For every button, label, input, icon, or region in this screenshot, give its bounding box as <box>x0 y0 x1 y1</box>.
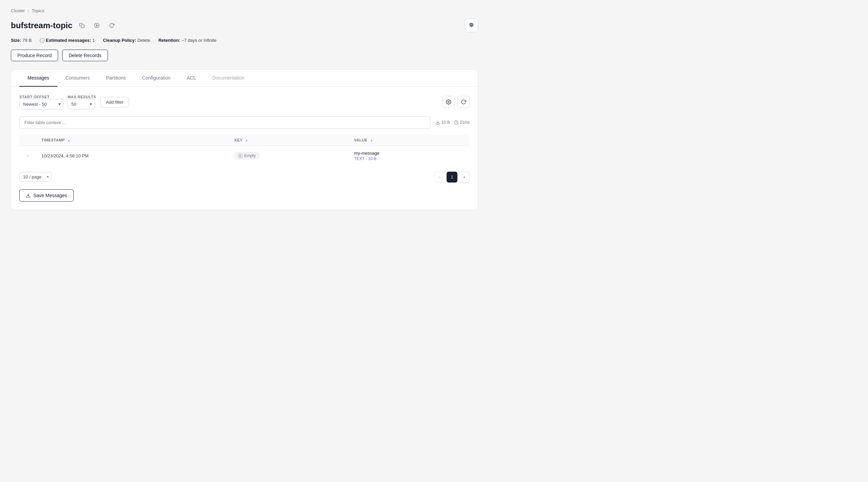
key-col-header[interactable]: KEY ▲ <box>229 134 349 145</box>
refresh-table-icon <box>461 99 466 105</box>
save-messages-button[interactable]: Save Messages <box>19 189 74 202</box>
max-results-label: MAX RESULTS <box>68 95 96 99</box>
retention-label: Retention: <box>158 38 180 43</box>
messages-table: TIMESTAMP ▲ KEY ▲ VALUE ▲ <box>19 134 470 166</box>
empty-badge: ⊘ Empty <box>234 152 259 159</box>
value-sort-icon: ▲ <box>370 139 373 142</box>
value-sub: TEXT - 10 B <box>354 156 464 161</box>
estimated-messages-label: Estimated messages: <box>46 38 91 43</box>
prev-page-button[interactable]: ‹ <box>434 172 445 183</box>
retention-meta: Retention: ~7 days or Infinite <box>158 38 216 43</box>
page-1-button[interactable]: 1 <box>447 172 457 183</box>
tab-documentation: Documentation <box>204 70 252 87</box>
key-cell: ⊘ Empty <box>229 145 349 166</box>
timestamp-col-header[interactable]: TIMESTAMP ▲ <box>36 134 229 145</box>
cleanup-policy-value: Delete <box>138 38 150 43</box>
cleanup-policy-label: Cleanup Policy: <box>103 38 136 43</box>
key-sort-icon: ▲ <box>245 139 248 142</box>
start-offset-wrapper: Newest - 50 Oldest Custom ▾ <box>19 99 64 109</box>
size-value: 78 B <box>22 38 32 43</box>
value-name: my-message <box>354 151 464 156</box>
save-messages-label: Save Messages <box>33 193 67 198</box>
page-title: bufstream-topic <box>11 21 72 30</box>
breadcrumb-separator: › <box>28 8 29 13</box>
svg-rect-0 <box>81 25 84 28</box>
estimated-messages-value: 1 <box>92 38 95 43</box>
table-row[interactable]: › 10/23/2024, 4:58:10 PM ⊘ Empty my-mess… <box>20 145 470 166</box>
value-cell: my-message TEXT - 10 B <box>349 145 470 166</box>
max-results-group: MAX RESULTS 50 100 200 ▾ <box>68 95 96 109</box>
table-header: TIMESTAMP ▲ KEY ▲ VALUE ▲ <box>20 134 470 145</box>
expand-cell: › <box>20 145 36 166</box>
gear-icon <box>446 99 451 105</box>
header-row: bufstream-topic <box>11 19 478 32</box>
info-icon: i <box>40 38 44 43</box>
next-page-button[interactable]: › <box>459 172 470 183</box>
action-buttons: Produce Record Delete Records <box>11 50 478 61</box>
row-expand-button[interactable]: › <box>25 153 31 159</box>
retention-value: ~7 days or Infinite <box>182 38 217 43</box>
play-button[interactable] <box>91 20 102 31</box>
svg-point-3 <box>471 25 472 27</box>
pagination-controls: ‹ 1 › <box>434 172 470 183</box>
topic-settings-button[interactable] <box>465 19 478 32</box>
max-results-wrapper: 50 100 200 ▾ <box>68 99 95 109</box>
size-label: Size: <box>11 38 21 43</box>
estimated-messages-meta: i Estimated messages: 1 <box>40 38 95 43</box>
size-meta: Size: 78 B <box>11 38 32 43</box>
play-icon <box>94 23 100 28</box>
svg-point-1 <box>95 23 99 28</box>
page-size-wrapper: 10 / page 20 / page 50 / page ▾ <box>19 172 52 182</box>
title-section: bufstream-topic <box>11 20 117 31</box>
tab-messages[interactable]: Messages <box>19 70 57 87</box>
cleanup-policy-meta: Cleanup Policy: Delete <box>103 38 150 43</box>
breadcrumb: Cluster › Topics <box>11 8 478 13</box>
timestamp-sort-icon: ▲ <box>67 139 70 142</box>
main-card: Messages Consumers Partitions Configurat… <box>11 69 478 210</box>
download-stat: 10 B <box>436 120 450 125</box>
table-body: › 10/23/2024, 4:58:10 PM ⊘ Empty my-mess… <box>20 145 470 166</box>
refresh-icon <box>109 23 114 28</box>
meta-row: Size: 78 B i Estimated messages: 1 Clean… <box>11 38 478 43</box>
start-offset-label: START OFFSET <box>19 95 64 99</box>
copy-icon <box>79 23 85 28</box>
pagination-row: 10 / page 20 / page 50 / page ▾ ‹ 1 › <box>19 172 470 183</box>
produce-record-button[interactable]: Produce Record <box>11 50 58 61</box>
start-offset-group: START OFFSET Newest - 50 Oldest Custom ▾ <box>19 95 64 109</box>
filter-actions-right <box>442 96 470 108</box>
breadcrumb-topics[interactable]: Topics <box>32 8 44 13</box>
tab-consumers[interactable]: Consumers <box>57 70 98 87</box>
refresh-table-button[interactable] <box>457 96 470 108</box>
timestamp-cell: 10/23/2024, 4:58:10 PM <box>36 145 229 166</box>
tab-configuration[interactable]: Configuration <box>134 70 179 87</box>
breadcrumb-cluster[interactable]: Cluster <box>11 8 25 13</box>
response-time-stat: 21ms <box>454 120 470 125</box>
filters-row: START OFFSET Newest - 50 Oldest Custom ▾… <box>19 95 470 109</box>
download-icon <box>436 120 440 125</box>
tabs: Messages Consumers Partitions Configurat… <box>11 70 478 87</box>
save-icon <box>26 193 31 198</box>
delete-records-button[interactable]: Delete Records <box>62 50 108 61</box>
messages-tab-content: START OFFSET Newest - 50 Oldest Custom ▾… <box>11 87 478 210</box>
copy-button[interactable] <box>76 20 87 31</box>
expand-col-header <box>20 134 36 145</box>
add-filter-button[interactable]: Add filter <box>100 97 129 107</box>
filter-input[interactable] <box>19 116 430 129</box>
column-settings-button[interactable] <box>442 96 455 108</box>
settings-icon <box>468 22 474 29</box>
response-time: 21ms <box>460 120 470 125</box>
page-size-select[interactable]: 10 / page 20 / page 50 / page <box>19 172 52 182</box>
start-offset-select[interactable]: Newest - 50 Oldest Custom <box>19 99 64 109</box>
filter-stats: 10 B 21ms <box>436 120 470 125</box>
value-col-header[interactable]: VALUE ▲ <box>349 134 470 145</box>
tab-acl[interactable]: ACL <box>179 70 204 87</box>
svg-marker-2 <box>96 24 98 26</box>
download-size: 10 B <box>441 120 450 125</box>
max-results-select[interactable]: 50 100 200 <box>68 99 95 109</box>
filter-bar: 10 B 21ms <box>19 116 470 129</box>
tab-partitions[interactable]: Partitions <box>98 70 134 87</box>
clock-icon <box>454 120 458 125</box>
svg-point-4 <box>448 101 449 103</box>
refresh-button[interactable] <box>106 20 117 31</box>
empty-badge-label: Empty <box>244 153 256 158</box>
